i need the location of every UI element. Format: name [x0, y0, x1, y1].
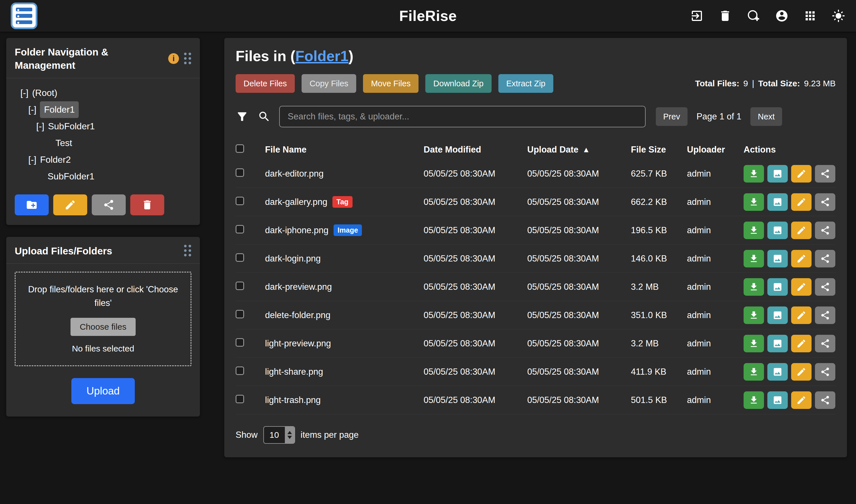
rename-button[interactable]: [791, 278, 811, 296]
tree-toggle[interactable]: [-]: [36, 118, 44, 135]
current-folder-link[interactable]: Folder1: [295, 48, 349, 64]
header-upload-date[interactable]: Upload Date ▲: [527, 145, 631, 155]
folder-tree-item[interactable]: [-] Folder1: [15, 101, 191, 118]
preview-button[interactable]: [767, 278, 788, 296]
filter-icon[interactable]: [235, 110, 249, 123]
info-icon[interactable]: [168, 53, 179, 64]
download-button[interactable]: [744, 193, 764, 211]
upload-button[interactable]: Upload: [71, 378, 135, 404]
share-button[interactable]: [815, 363, 835, 381]
select-all-checkbox[interactable]: [235, 144, 244, 153]
download-button[interactable]: [744, 335, 764, 352]
delete-files-button[interactable]: Delete Files: [235, 74, 295, 93]
folder-tree-item[interactable]: [-] (Root): [15, 85, 191, 101]
rename-button[interactable]: [791, 165, 811, 182]
share-button[interactable]: [815, 335, 835, 352]
rename-button[interactable]: [791, 363, 811, 381]
logout-icon[interactable]: [690, 9, 704, 23]
share-button[interactable]: [815, 193, 835, 211]
stepper-arrows-icon[interactable]: [285, 427, 295, 443]
download-button[interactable]: [744, 250, 764, 267]
share-button[interactable]: [815, 391, 835, 409]
theme-toggle-icon[interactable]: [832, 9, 845, 23]
grid-view-icon[interactable]: [803, 9, 817, 23]
prev-page-button[interactable]: Prev: [656, 107, 687, 126]
rename-button[interactable]: [791, 221, 811, 239]
row-checkbox[interactable]: [235, 225, 244, 233]
choose-files-button[interactable]: Choose files: [70, 318, 135, 336]
share-button[interactable]: [815, 250, 835, 267]
move-files-button[interactable]: Move Files: [363, 74, 419, 93]
tree-folder-label[interactable]: Folder2: [40, 151, 71, 168]
folder-tree-item[interactable]: Test: [15, 135, 191, 151]
share-button[interactable]: [815, 278, 835, 296]
row-checkbox[interactable]: [235, 310, 244, 318]
row-checkbox[interactable]: [235, 395, 244, 403]
next-page-button[interactable]: Next: [750, 107, 782, 126]
drag-handle-icon[interactable]: [184, 245, 191, 257]
download-button[interactable]: [744, 278, 764, 296]
tree-folder-label[interactable]: SubFolder1: [48, 168, 94, 185]
rename-button[interactable]: [791, 391, 811, 409]
add-user-icon[interactable]: [747, 9, 760, 23]
file-name[interactable]: delete-folder.png: [265, 310, 330, 320]
share-button[interactable]: [815, 221, 835, 239]
download-zip-button[interactable]: Download Zip: [425, 74, 491, 93]
create-folder-button[interactable]: [15, 194, 49, 215]
header-date-modified[interactable]: Date Modified: [424, 145, 527, 155]
tree-folder-label[interactable]: (Root): [32, 85, 57, 101]
file-name[interactable]: dark-login.png: [265, 254, 320, 264]
drag-handle-icon[interactable]: [184, 53, 191, 65]
share-button[interactable]: [815, 306, 835, 324]
file-name[interactable]: dark-gallery.png: [265, 197, 327, 207]
preview-button[interactable]: [767, 363, 788, 381]
folder-tree-item[interactable]: [-] SubFolder1: [15, 118, 191, 135]
preview-button[interactable]: [767, 165, 788, 182]
tree-folder-label[interactable]: SubFolder1: [48, 118, 94, 135]
dropzone[interactable]: Drop files/folders here or click 'Choose…: [15, 272, 191, 366]
rename-folder-button[interactable]: [53, 194, 87, 215]
search-icon[interactable]: [258, 110, 271, 123]
row-checkbox[interactable]: [235, 253, 244, 262]
row-checkbox[interactable]: [235, 282, 244, 290]
rename-button[interactable]: [791, 193, 811, 211]
trash-icon[interactable]: [718, 9, 732, 23]
delete-folder-button[interactable]: [130, 194, 164, 215]
app-logo-icon[interactable]: [11, 2, 37, 29]
file-name[interactable]: light-trash.png: [265, 395, 320, 405]
header-file-size[interactable]: File Size: [631, 145, 687, 155]
items-per-page-select[interactable]: 10: [263, 426, 295, 444]
profile-icon[interactable]: [775, 9, 789, 23]
preview-button[interactable]: [767, 193, 788, 211]
preview-button[interactable]: [767, 221, 788, 239]
tree-toggle[interactable]: [-]: [20, 85, 28, 101]
download-button[interactable]: [744, 221, 764, 239]
row-checkbox[interactable]: [235, 366, 244, 375]
search-input[interactable]: [279, 106, 646, 127]
file-name[interactable]: dark-preview.png: [265, 282, 332, 292]
folder-tree-item[interactable]: [-] Folder2: [15, 151, 191, 168]
copy-files-button[interactable]: Copy Files: [301, 74, 356, 93]
download-button[interactable]: [744, 363, 764, 381]
file-name[interactable]: light-share.png: [265, 367, 323, 377]
folder-tree-item[interactable]: SubFolder1: [15, 168, 191, 185]
download-button[interactable]: [744, 165, 764, 182]
share-folder-button[interactable]: [92, 194, 126, 215]
preview-button[interactable]: [767, 306, 788, 324]
tree-toggle[interactable]: [-]: [28, 151, 36, 168]
preview-button[interactable]: [767, 391, 788, 409]
file-name[interactable]: dark-editor.png: [265, 169, 324, 179]
tree-folder-label[interactable]: Test: [55, 135, 72, 151]
share-button[interactable]: [815, 165, 835, 182]
row-checkbox[interactable]: [235, 168, 244, 177]
download-button[interactable]: [744, 306, 764, 324]
file-name[interactable]: light-preview.png: [265, 339, 331, 349]
tree-folder-label[interactable]: Folder1: [40, 101, 79, 118]
download-button[interactable]: [744, 391, 764, 409]
preview-button[interactable]: [767, 250, 788, 267]
rename-button[interactable]: [791, 335, 811, 352]
preview-button[interactable]: [767, 335, 788, 352]
file-name[interactable]: dark-iphone.png: [265, 225, 329, 235]
tree-toggle[interactable]: [-]: [28, 101, 36, 118]
extract-zip-button[interactable]: Extract Zip: [499, 74, 554, 93]
